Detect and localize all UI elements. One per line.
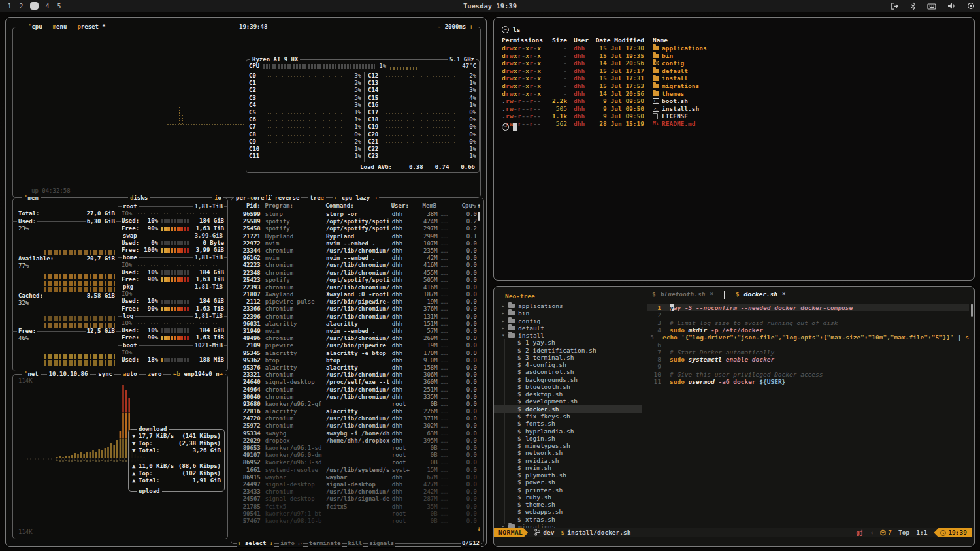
tree-item-3-terminal.sh[interactable]: $3-terminal.sh xyxy=(494,354,642,361)
tree-item-default[interactable]: ▸default xyxy=(494,324,642,332)
tree-item-plymouth.sh[interactable]: $plymouth.sh xyxy=(494,471,642,479)
process-row[interactable]: 86915waybarwaybardhh67M……0.0 xyxy=(234,474,477,481)
tree-item-desktop.sh[interactable]: $desktop.sh xyxy=(494,390,642,398)
process-row[interactable]: 95376alacrittyalacrittydhh158M……0.0 xyxy=(234,364,477,371)
code-editor[interactable]: 1yay -S --noconfirm --needed docker dock… xyxy=(644,302,974,528)
scroll-down-icon[interactable]: ↓ xyxy=(478,526,481,533)
scroll-up-icon[interactable]: ↑ xyxy=(476,202,481,210)
tab-close-icon[interactable]: × xyxy=(782,291,785,298)
process-row[interactable]: 96599slurpslurp -ordhh38M……0.0 xyxy=(234,211,477,218)
process-row[interactable]: 25458spotify/opt/spotify/spotidhh297M……0… xyxy=(234,225,477,232)
tree-item-backgrounds.sh[interactable]: $backgrounds.sh xyxy=(494,376,642,383)
kill-button[interactable]: kill xyxy=(347,540,364,547)
process-row[interactable]: 96031alacrittyalacrittydhh151M……0.0 xyxy=(234,321,477,328)
process-row[interactable]: 96162nvimnvim --embed .dhh42M……0.0 xyxy=(234,255,477,262)
process-row[interactable]: 2109pipewire/usr/bin/pipewiredhh19M……0.0 xyxy=(234,342,477,349)
cpu-control-menu[interactable]: menu xyxy=(51,24,69,31)
tree-item-docker.sh[interactable]: $docker.sh xyxy=(494,405,642,413)
editor-scrollbar[interactable] xyxy=(971,304,973,317)
process-row[interactable]: 24567signal-desktop/usr/lib/signal-dedhh… xyxy=(234,496,477,503)
tab-close-icon[interactable]: × xyxy=(710,291,713,298)
cpu-control-cpu[interactable]: 'cpu xyxy=(26,24,44,31)
net-control[interactable]: sync xyxy=(96,371,114,378)
tree-item-login.sh[interactable]: $login.sh xyxy=(494,435,642,442)
process-row[interactable]: 24964chromium/usr/lib/chromium/dhh251M……… xyxy=(234,386,477,394)
process-row[interactable]: 49496chromium/usr/lib/chromium/dhh269M……… xyxy=(234,335,477,342)
tree-item-development.sh[interactable]: $development.sh xyxy=(494,398,642,405)
process-row[interactable]: 30040chromium/usr/lib/chromium/dhh335M……… xyxy=(234,394,477,401)
process-row[interactable]: 25589spotify/opt/spotify/spotidhh424M……0… xyxy=(234,218,477,225)
net-interface-label[interactable]: ←b enp194s0 n→ xyxy=(171,371,225,377)
tree-item-bluetooth.sh[interactable]: $bluetooth.sh xyxy=(494,383,642,390)
tree-item-xtras.sh[interactable]: $xtras.sh xyxy=(494,516,642,523)
process-row[interactable]: 25972chromium/usr/lib/chromium/dhh302M……… xyxy=(234,422,477,430)
process-row[interactable]: 23433chromium/usr/lib/chromium/dhh242M……… xyxy=(234,488,477,496)
tree-item-nvidia.sh[interactable]: $nvidia.sh xyxy=(494,457,642,464)
volume-icon[interactable] xyxy=(947,2,956,10)
tree-item-config[interactable]: ▸config xyxy=(494,317,642,324)
tree-item-install[interactable]: ▾install xyxy=(494,332,642,339)
tree-item-webapps.sh[interactable]: $webapps.sh xyxy=(494,508,642,515)
interval-controls[interactable]: - 2000ms + xyxy=(436,24,475,31)
process-row[interactable]: 57467kworker/u98:16-broot0B……0.0 xyxy=(234,518,477,525)
tree-item-bin[interactable]: ▸bin xyxy=(494,309,642,317)
process-row[interactable]: 93680kworker/u96:2-gfroot0B……0.0 xyxy=(234,401,477,408)
process-row[interactable]: 22029dropbox/home/dhh/.dropboxdhh395M……0… xyxy=(234,437,477,445)
proc-option-per-core[interactable]: per-core xyxy=(234,195,266,202)
process-row[interactable]: 49107kworker/u96:0-dmroot0B……0.0 xyxy=(234,452,477,459)
process-row[interactable]: 42223chromium/usr/lib/chromium/dhh416M……… xyxy=(234,262,477,269)
prompt-line-2[interactable]: → xyxy=(502,123,517,131)
tree-item-theme.sh[interactable]: $theme.sh xyxy=(494,501,642,508)
terminate-button[interactable]: terminate xyxy=(308,540,342,547)
process-row[interactable]: 24497signal-desktopsignal-desktopdhh427M… xyxy=(234,481,477,488)
process-row[interactable]: 95334swaybgswaybg -i /home/dhdhh63M……0.0 xyxy=(234,430,477,437)
process-row[interactable]: 21807XwaylandXwayland :0 -rootldhh187M……… xyxy=(234,291,477,298)
process-row[interactable]: 22816alacrittyalacrittydhh226M……0.0 xyxy=(234,408,477,415)
process-row[interactable]: 22396chromium/usr/lib/chromium/dhh131M……… xyxy=(234,313,477,321)
process-row[interactable]: 22393chromium/usr/lib/chromium/dhh416M……… xyxy=(234,284,477,291)
signals-button[interactable]: signals xyxy=(368,540,395,547)
select-button[interactable]: ↑ select ↓ xyxy=(237,540,274,547)
process-row[interactable]: 22972nvimnvim --embed .dhh107M……0.0 xyxy=(234,240,477,247)
tree-item-ruby.sh[interactable]: $ruby.sh xyxy=(494,494,642,501)
tree-item-hyprlandia.sh[interactable]: $hyprlandia.sh xyxy=(494,428,642,435)
tree-item-network.sh[interactable]: $network.sh xyxy=(494,449,642,456)
tree-item-nvim.sh[interactable]: $nvim.sh xyxy=(494,464,642,471)
process-row[interactable]: 89653kworker/u96:1-sdroot0B……0.0 xyxy=(234,445,477,452)
process-row[interactable]: 2112pipewire-pulse/usr/bin/pipewire-dhh1… xyxy=(234,298,477,306)
process-row[interactable]: 21721HyprlandHyprlanddhh299M……0.1 xyxy=(234,233,477,240)
process-row[interactable]: 24720chromium/usr/lib/chromium/dhh371M……… xyxy=(234,415,477,422)
process-row[interactable]: 23321chromium/usr/lib/chromium/dhh306M……… xyxy=(234,371,477,379)
tree-item-fonts.sh[interactable]: $fonts.sh xyxy=(494,420,642,427)
process-row[interactable]: 24640signal-desktop/proc/self/exe --tdhh… xyxy=(234,379,477,386)
process-row[interactable]: 95362btopbtopdhh9.0M……0.0 xyxy=(234,357,477,364)
process-row[interactable]: 90541kworker/u97:1-btroot0B……0.0 xyxy=(234,511,477,518)
tree-item-fix-fkeys.sh[interactable]: $fix-fkeys.sh xyxy=(494,413,642,420)
process-row[interactable]: 31949nvimnvim --embed .dhh57M……0.0 xyxy=(234,328,477,335)
tree-item-power.sh[interactable]: $power.sh xyxy=(494,479,642,486)
tree-item-2-identification.sh[interactable]: $2-identification.sh xyxy=(494,347,642,354)
process-row[interactable]: 86952kworker/u96:3-sdroot0B……0.0 xyxy=(234,459,477,466)
process-scrollbar-thumb[interactable] xyxy=(478,212,480,221)
process-row[interactable]: 21785fcitx5fcitx5dhh35M……0.0 xyxy=(234,503,477,511)
bluetooth-icon[interactable] xyxy=(910,2,916,10)
cpu-control-preset[interactable]: preset * xyxy=(75,24,107,31)
command-line[interactable] xyxy=(494,537,974,546)
tree-item-applications[interactable]: ▸applications xyxy=(494,302,642,309)
info-button[interactable]: info ↵ xyxy=(279,540,303,547)
buffer-tab-docker.sh[interactable]: $docker.sh× xyxy=(728,287,794,302)
power-icon[interactable] xyxy=(967,2,975,10)
proc-option-tree[interactable]: tree xyxy=(308,195,326,202)
proc-option-reverse[interactable]: reverse xyxy=(272,195,301,202)
net-control[interactable]: auto xyxy=(121,371,139,378)
net-control[interactable]: zero xyxy=(146,371,164,378)
keyboard-icon[interactable] xyxy=(927,3,936,10)
process-row[interactable]: 95345alacrittyalacritty -e btopdhh170M……… xyxy=(234,350,477,357)
tree-item-mimetypes.sh[interactable]: $mimetypes.sh xyxy=(494,442,642,449)
process-row[interactable]: 23344chromium/usr/lib/chromium/dhh235M……… xyxy=(234,247,477,255)
tree-item-4-config.sh[interactable]: $4-config.sh xyxy=(494,361,642,368)
process-row[interactable]: 22348chromium/usr/lib/chromium/dhh455M……… xyxy=(234,270,477,277)
net-control[interactable]: 10.10.10.86 xyxy=(47,371,90,378)
proc-option-cpu-lazy[interactable]: ← cpu lazy → xyxy=(333,195,379,202)
process-row[interactable]: 25423spotify/opt/spotify/spotidhh505M……0… xyxy=(234,277,477,284)
